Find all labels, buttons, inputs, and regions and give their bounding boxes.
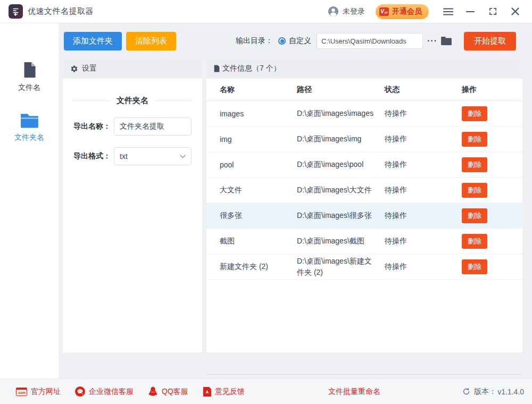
wechat-service-label: 企业微信客服 — [89, 387, 134, 397]
table-row[interactable]: pool D:\桌面\images\pool 待操作 删除 — [206, 152, 522, 178]
row-path: D:\桌面\images\新建文件夹 (2) — [297, 256, 385, 277]
start-extract-button[interactable]: 开始提取 — [464, 32, 516, 50]
gear-icon — [70, 65, 78, 73]
minimize-icon[interactable] — [463, 4, 478, 19]
clear-list-button[interactable]: 清除列表 — [126, 32, 176, 50]
version-value: v1.1.4.0 — [497, 388, 524, 396]
delete-button[interactable]: 删除 — [462, 132, 487, 147]
custom-output-radio[interactable]: 自定义 — [278, 36, 311, 46]
file-info-header: 文件信息（7 个） — [206, 58, 522, 79]
delete-button[interactable]: 删除 — [462, 234, 487, 249]
row-name: 很多张 — [220, 211, 297, 221]
folder-icon — [20, 113, 39, 128]
col-action: 操作 — [462, 85, 522, 95]
delete-button[interactable]: 删除 — [462, 259, 487, 274]
close-icon[interactable] — [508, 4, 522, 19]
qq-service-link[interactable]: QQ客服 — [148, 386, 188, 397]
table-header-row: 名称 路径 状态 操作 — [206, 79, 522, 101]
row-name: 截图 — [220, 237, 297, 246]
app-title: 优速文件名提取器 — [28, 6, 94, 16]
row-path: D:\桌面\images\大文件 — [297, 184, 385, 195]
row-status: 待操作 — [385, 160, 462, 170]
feedback-icon — [203, 387, 211, 397]
sidebar-item-foldername[interactable]: 文件夹名 — [14, 113, 44, 142]
wechat-service-link[interactable]: 企业微信客服 — [75, 386, 134, 397]
browse-more-button[interactable]: ··· — [427, 36, 437, 46]
wechat-icon — [75, 386, 85, 397]
maximize-icon[interactable] — [485, 4, 500, 19]
login-status[interactable]: 未登录 — [328, 6, 365, 17]
table-row[interactable]: 截图 D:\桌面\images\截图 待操作 删除 — [206, 229, 522, 254]
settings-panel: 设置 文件夹名 导出名称： 导出格式： txt — [63, 58, 202, 352]
footer: .com 官方网址 企业微信客服 QQ客服 — [0, 378, 532, 404]
delete-button[interactable]: 删除 — [462, 208, 487, 223]
sidebar-item-filename[interactable]: 文件名 — [18, 62, 40, 92]
open-folder-icon[interactable] — [440, 36, 452, 46]
official-site-link[interactable]: .com 官方网址 — [16, 387, 61, 397]
row-status: 待操作 — [385, 186, 462, 195]
row-name: 新建文件夹 (2) — [220, 262, 297, 272]
table-row[interactable]: images D:\桌面\images\images 待操作 删除 — [206, 101, 522, 127]
version-info: 版本：v1.1.4.0 — [462, 387, 524, 397]
version-label: 版本： — [474, 387, 496, 397]
login-status-label: 未登录 — [343, 7, 365, 16]
row-path: D:\桌面\images\img — [297, 133, 385, 144]
file-icon — [22, 62, 37, 78]
table-row[interactable]: 很多张 D:\桌面\images\很多张 待操作 删除 — [206, 203, 522, 229]
titlebar: 优速文件名提取器 未登录 VIP 开通会员 — [0, 0, 532, 23]
delete-button[interactable]: 删除 — [462, 183, 487, 198]
row-name: 大文件 — [220, 186, 297, 195]
row-status: 待操作 — [385, 109, 462, 119]
app-logo-icon — [9, 4, 23, 19]
col-path: 路径 — [297, 85, 385, 95]
chevron-down-icon — [180, 155, 186, 158]
export-format-label: 导出格式： — [73, 152, 114, 161]
feedback-label: 意见反馈 — [215, 387, 245, 397]
sidebar: 文件名 文件夹名 — [0, 23, 59, 378]
file-info-panel: 文件信息（7 个） 名称 路径 状态 操作 images D:\桌面\image… — [206, 58, 522, 352]
settings-header: 设置 — [63, 58, 202, 79]
sidebar-item-label: 文件夹名 — [14, 133, 44, 142]
row-path: D:\桌面\images\images — [297, 108, 385, 119]
section-title-label: 文件夹名 — [117, 96, 148, 106]
output-path-input[interactable] — [317, 33, 423, 49]
settings-section-title: 文件夹名 — [72, 96, 193, 106]
file-info-icon — [214, 65, 220, 72]
table-row[interactable]: 新建文件夹 (2) D:\桌面\images\新建文件夹 (2) 待操作 删除 — [206, 254, 522, 280]
row-name: pool — [220, 161, 297, 169]
batch-rename-link[interactable]: 文件批量重命名 — [328, 387, 380, 397]
file-info-header-label: 文件信息（7 个） — [222, 64, 281, 73]
row-path: D:\桌面\images\截图 — [297, 235, 385, 246]
vip-label: 开通会员 — [392, 7, 422, 16]
export-format-select[interactable]: txt — [114, 147, 192, 165]
qq-service-label: QQ客服 — [162, 387, 188, 397]
row-status: 待操作 — [385, 237, 462, 246]
col-status: 状态 — [385, 85, 462, 95]
delete-button[interactable]: 删除 — [462, 157, 487, 172]
sidebar-item-label: 文件名 — [18, 83, 40, 92]
table-row[interactable]: img D:\桌面\images\img 待操作 删除 — [206, 127, 522, 152]
col-name: 名称 — [220, 85, 297, 95]
open-vip-button[interactable]: VIP 开通会员 — [376, 4, 429, 19]
radio-selected-icon — [278, 37, 286, 45]
delete-button[interactable]: 删除 — [462, 106, 487, 121]
row-status: 待操作 — [385, 211, 462, 221]
table-row[interactable]: 大文件 D:\桌面\images\大文件 待操作 删除 — [206, 178, 522, 203]
row-path: D:\桌面\images\很多张 — [297, 210, 385, 221]
toolbar: 添加文件夹 清除列表 输出目录： 自定义 ··· 开始提取 — [59, 23, 532, 58]
output-dir-label: 输出目录： — [236, 36, 273, 46]
export-name-input[interactable] — [114, 117, 192, 136]
feedback-link[interactable]: 意见反馈 — [203, 387, 245, 397]
row-path: D:\桌面\images\pool — [297, 159, 385, 170]
add-folder-button[interactable]: 添加文件夹 — [64, 32, 122, 50]
row-status: 待操作 — [385, 262, 462, 272]
row-status: 待操作 — [385, 134, 462, 144]
menu-icon[interactable] — [440, 4, 455, 19]
row-name: img — [220, 135, 297, 144]
refresh-icon[interactable] — [462, 388, 470, 395]
row-name: images — [220, 110, 297, 118]
table-body: images D:\桌面\images\images 待操作 删除 img D:… — [206, 101, 522, 280]
com-icon: .com — [16, 388, 27, 396]
official-site-label: 官方网址 — [31, 387, 61, 397]
export-name-label: 导出名称： — [73, 122, 114, 131]
